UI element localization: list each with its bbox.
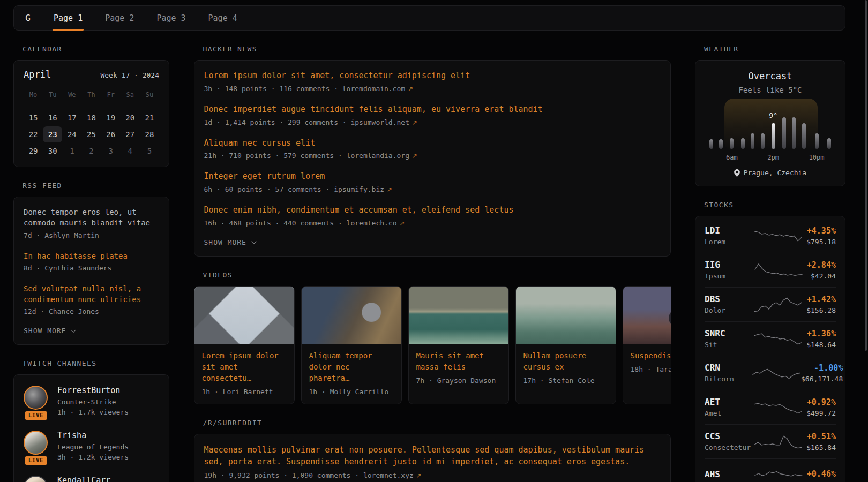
calendar-weekday-row: MoTuWeThFrSaSu bbox=[24, 87, 159, 102]
stock-sparkline bbox=[753, 295, 803, 314]
external-link-icon: ↗ bbox=[387, 186, 392, 193]
video-card[interactable]: Lorem ipsum dolor sit amet consectetu… 1… bbox=[194, 286, 295, 404]
rss-list: Donec tempor eros leo, ut commodo mauris… bbox=[24, 207, 159, 315]
videos-widget: Lorem ipsum dolor sit amet consectetu… 1… bbox=[194, 286, 671, 404]
stock-row[interactable]: AET Amet +0.92% $499.72 bbox=[705, 390, 836, 424]
calendar-day: 30 bbox=[43, 143, 62, 159]
rss-show-more-button[interactable]: SHOW MORE bbox=[24, 327, 159, 335]
video-card[interactable]: Nullam posuere cursus ex 17h · Stefan Co… bbox=[515, 286, 616, 404]
twitch-channel-row[interactable]: LIVE ForrestBurton Counter-Strike 1h · 1… bbox=[24, 386, 159, 416]
stock-row[interactable]: IIG Ipsum +2.84% $42.04 bbox=[705, 253, 836, 287]
stock-sparkline bbox=[754, 465, 803, 482]
stock-price: $499.72 bbox=[806, 409, 836, 417]
video-card[interactable]: Mauris sit amet massa felis 7h · Grayson… bbox=[408, 286, 509, 404]
stock-change: +0.51% bbox=[806, 432, 836, 441]
hn-item-link[interactable]: Aliquam nec cursus elit bbox=[204, 138, 661, 149]
page-tab[interactable]: Page 3 bbox=[145, 6, 197, 30]
weekday-label: Tu bbox=[43, 87, 62, 102]
video-title[interactable]: Mauris sit amet massa felis bbox=[416, 350, 501, 373]
channel-name: KendallCarr bbox=[57, 476, 110, 482]
channel-name: Trisha bbox=[57, 431, 129, 440]
hn-item-link[interactable]: Lorem ipsum dolor sit amet, consectetur … bbox=[204, 70, 661, 82]
weather-location: Prague, Czechia bbox=[705, 169, 836, 177]
rss-item: Sed volutpat nulla nisl, a condimentum n… bbox=[24, 283, 159, 316]
stock-row[interactable]: CRN Bitcorn -1.00% $66,171.48 bbox=[705, 356, 836, 390]
hn-item: Lorem ipsum dolor sit amet, consectetur … bbox=[204, 70, 661, 93]
rss-item-link[interactable]: Donec tempor eros leo, ut commodo mauris… bbox=[24, 207, 159, 229]
stock-change: +1.36% bbox=[806, 329, 836, 338]
stock-row[interactable]: CCS Consectetur +0.51% $165.84 bbox=[705, 424, 836, 458]
hn-item-meta: 6h · 60 points · 57 comments · ipsumify.… bbox=[204, 185, 661, 193]
rss-item: Donec tempor eros leo, ut commodo mauris… bbox=[24, 207, 159, 239]
page-tab[interactable]: Page 4 bbox=[197, 6, 249, 30]
left-column: CALENDAR April Week 17 · 2024 MoTuWeThFr… bbox=[13, 31, 169, 482]
stock-row[interactable]: LDI Lorem +4.35% $795.18 bbox=[705, 219, 836, 253]
weather-hour-column bbox=[758, 106, 768, 162]
video-title[interactable]: Nullam posuere cursus ex bbox=[523, 350, 608, 373]
stock-sparkline bbox=[753, 432, 803, 451]
stock-ticker: DBS bbox=[705, 294, 752, 304]
channel-name: ForrestBurton bbox=[57, 386, 129, 395]
weather-widget: Overcast Feels like 5°C bbox=[695, 60, 845, 186]
temperature-bar bbox=[741, 138, 745, 149]
rss-item-link[interactable]: Sed volutpat nulla nisl, a condimentum n… bbox=[24, 283, 159, 305]
app-logo[interactable]: G bbox=[14, 6, 42, 30]
subreddit-widget: Maecenas mollis pulvinar erat non posuer… bbox=[194, 434, 671, 482]
calendar-week-year: Week 17 · 2024 bbox=[100, 71, 159, 79]
stock-name: Dolor bbox=[705, 306, 752, 314]
calendar-day: 4 bbox=[121, 143, 140, 159]
stock-row[interactable]: SNRC Sit +1.36% $148.64 bbox=[705, 321, 836, 356]
calendar-day: 15 bbox=[24, 110, 43, 126]
dashboard-columns: CALENDAR April Week 17 · 2024 MoTuWeThFr… bbox=[13, 31, 845, 482]
weather-hour-column: 9° 2pm bbox=[767, 106, 779, 162]
weekday-label: Su bbox=[140, 87, 159, 102]
hn-item-link[interactable]: Donec enim nibh, condimentum et accumsan… bbox=[204, 205, 661, 216]
current-temp-label: 9° bbox=[769, 111, 777, 119]
video-meta: 1h · Lori Barnett bbox=[202, 388, 287, 396]
twitch-channel-row[interactable]: LIVE KendallCarr bbox=[24, 476, 159, 482]
chevron-down-icon bbox=[251, 239, 257, 244]
reddit-post-link[interactable]: Maecenas mollis pulvinar erat non posuer… bbox=[204, 444, 661, 468]
temperature-bar bbox=[719, 139, 723, 149]
video-title[interactable]: Suspendisse diam bbox=[631, 350, 671, 362]
stock-change: -1.00% bbox=[801, 363, 843, 373]
external-link-icon: ↗ bbox=[400, 220, 405, 227]
video-thumbnail bbox=[516, 287, 616, 344]
video-meta: 18h · Tara bbox=[631, 365, 671, 373]
page-scrollbar[interactable] bbox=[865, 0, 867, 351]
stock-row[interactable]: DBS Dolor +1.42% $156.28 bbox=[705, 287, 836, 321]
hn-item-meta: 3h · 148 points · 116 comments · loremdo… bbox=[204, 85, 661, 93]
hn-item-link[interactable]: Integer eget rutrum lorem bbox=[204, 171, 661, 183]
weather-hour-column bbox=[825, 106, 835, 162]
hn-section-title: HACKER NEWS bbox=[203, 45, 671, 53]
hour-label: 6am bbox=[726, 154, 738, 162]
video-card[interactable]: Aliquam tempor dolor nec pharetra… 1h · … bbox=[301, 286, 402, 404]
stock-ticker: CRN bbox=[705, 363, 752, 373]
external-link-icon: ↗ bbox=[412, 119, 417, 126]
video-title[interactable]: Lorem ipsum dolor sit amet consectetu… bbox=[202, 350, 287, 384]
temperature-bar bbox=[772, 123, 775, 149]
hn-show-more-button[interactable]: SHOW MORE bbox=[204, 238, 661, 246]
page-tab[interactable]: Page 1 bbox=[42, 6, 94, 30]
rss-item-meta: 7d · Ashlyn Martin bbox=[24, 231, 159, 239]
hn-item-link[interactable]: Donec imperdiet augue tincidunt felis al… bbox=[204, 104, 661, 116]
stock-ticker: IIG bbox=[705, 260, 752, 270]
video-card[interactable]: Suspendisse diam 18h · Tara bbox=[623, 286, 671, 404]
external-link-icon: ↗ bbox=[408, 85, 413, 93]
weather-section-title: WEATHER bbox=[704, 45, 845, 53]
page-tab[interactable]: Page 2 bbox=[94, 6, 145, 30]
video-meta: 1h · Molly Carrillo bbox=[309, 388, 394, 396]
stock-row[interactable]: AHS +0.46% bbox=[705, 458, 836, 482]
weather-hour-column bbox=[779, 106, 789, 162]
hn-item: Donec enim nibh, condimentum et accumsan… bbox=[204, 205, 661, 227]
temperature-bar bbox=[802, 123, 806, 149]
calendar-day: 1 bbox=[62, 143, 81, 159]
twitch-widget: LIVE ForrestBurton Counter-Strike 1h · 1… bbox=[13, 374, 169, 482]
video-title[interactable]: Aliquam tempor dolor nec pharetra… bbox=[309, 350, 394, 384]
hn-list: Lorem ipsum dolor sit amet, consectetur … bbox=[204, 70, 661, 227]
calendar-month: April bbox=[24, 69, 51, 80]
external-link-icon: ↗ bbox=[416, 472, 422, 479]
calendar-day: 25 bbox=[81, 126, 101, 142]
rss-item-link[interactable]: In hac habitasse platea bbox=[24, 251, 159, 261]
twitch-channel-row[interactable]: LIVE Trisha League of Legends 3h · 1.2k … bbox=[24, 431, 159, 461]
